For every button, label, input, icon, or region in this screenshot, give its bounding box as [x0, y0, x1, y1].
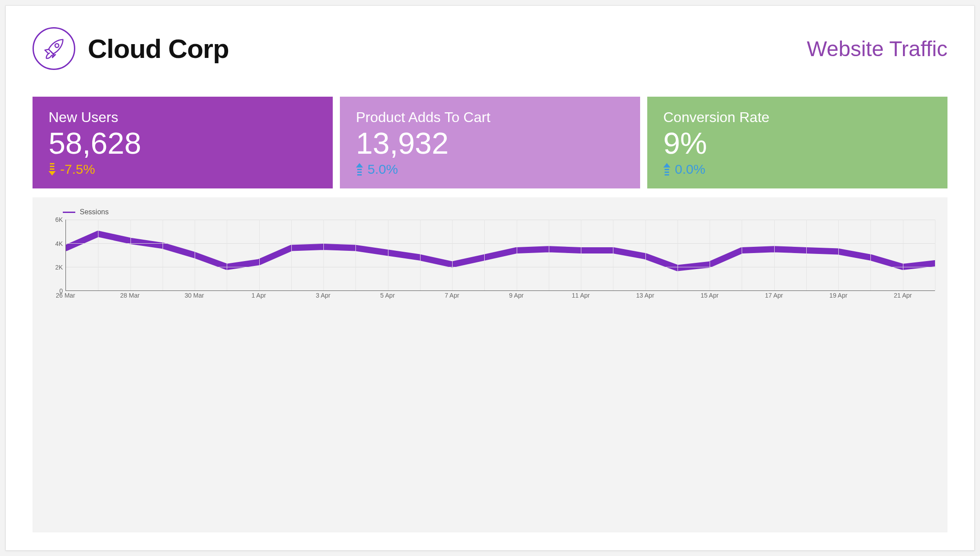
chart-plot-area: 02K4K6K 26 Mar28 Mar30 Mar1 Apr3 Apr5 Ap… [45, 220, 935, 300]
kpi-delta-value: 0.0% [675, 162, 705, 177]
x-tick-label: 11 Apr [572, 292, 589, 299]
kpi-label: Conversion Rate [663, 109, 931, 126]
brand-name: Cloud Corp [88, 33, 229, 64]
x-tick-label: 5 Apr [380, 292, 395, 299]
kpi-value: 13,932 [356, 127, 624, 159]
page-title: Website Traffic [807, 37, 947, 61]
kpi-adds-to-cart: Product Adds To Cart 13,932 5.0% [340, 97, 640, 188]
kpi-delta: 5.0% [356, 162, 624, 177]
plot [65, 220, 935, 291]
x-tick-label: 13 Apr [636, 292, 654, 299]
kpi-value: 58,628 [49, 127, 317, 159]
arrow-up-icon [356, 163, 363, 176]
sessions-chart: Sessions 02K4K6K 26 Mar28 Mar30 Mar1 Apr… [33, 197, 947, 532]
x-tick-label: 7 Apr [445, 292, 459, 299]
kpi-delta: -7.5% [49, 162, 317, 177]
rocket-icon [33, 27, 75, 70]
kpi-label: New Users [49, 109, 317, 126]
kpi-conversion-rate: Conversion Rate 9% 0.0% [647, 97, 947, 188]
y-tick-label: 6K [55, 216, 63, 223]
kpi-new-users: New Users 58,628 -7.5% [33, 97, 333, 188]
kpi-value: 9% [663, 127, 931, 159]
kpi-delta-value: -7.5% [60, 162, 95, 177]
kpi-label: Product Adds To Cart [356, 109, 624, 126]
arrow-down-icon [49, 163, 56, 176]
brand: Cloud Corp [33, 27, 229, 70]
x-tick-label: 26 Mar [56, 292, 75, 299]
x-tick-label: 9 Apr [509, 292, 524, 299]
legend-swatch [63, 212, 75, 213]
kpi-delta: 0.0% [663, 162, 931, 177]
x-tick-label: 28 Mar [120, 292, 140, 299]
y-tick-label: 2K [55, 264, 63, 271]
kpi-row: New Users 58,628 -7.5% Product Adds To C… [33, 97, 947, 188]
x-tick-label: 15 Apr [701, 292, 719, 299]
x-tick-label: 17 Apr [765, 292, 783, 299]
x-tick-label: 3 Apr [316, 292, 331, 299]
legend-label: Sessions [80, 208, 109, 216]
header: Cloud Corp Website Traffic [33, 27, 947, 70]
x-axis: 26 Mar28 Mar30 Mar1 Apr3 Apr5 Apr7 Apr9 … [65, 291, 935, 300]
y-axis: 02K4K6K [45, 220, 65, 291]
chart-legend: Sessions [63, 208, 935, 216]
svg-point-0 [55, 44, 59, 47]
x-tick-label: 1 Apr [251, 292, 266, 299]
x-tick-label: 30 Mar [184, 292, 204, 299]
x-tick-label: 19 Apr [829, 292, 847, 299]
x-tick-label: 21 Apr [894, 292, 911, 299]
dashboard-card: Cloud Corp Website Traffic New Users 58,… [5, 5, 975, 551]
arrow-up-icon [663, 163, 670, 176]
kpi-delta-value: 5.0% [368, 162, 398, 177]
y-tick-label: 4K [55, 240, 63, 247]
